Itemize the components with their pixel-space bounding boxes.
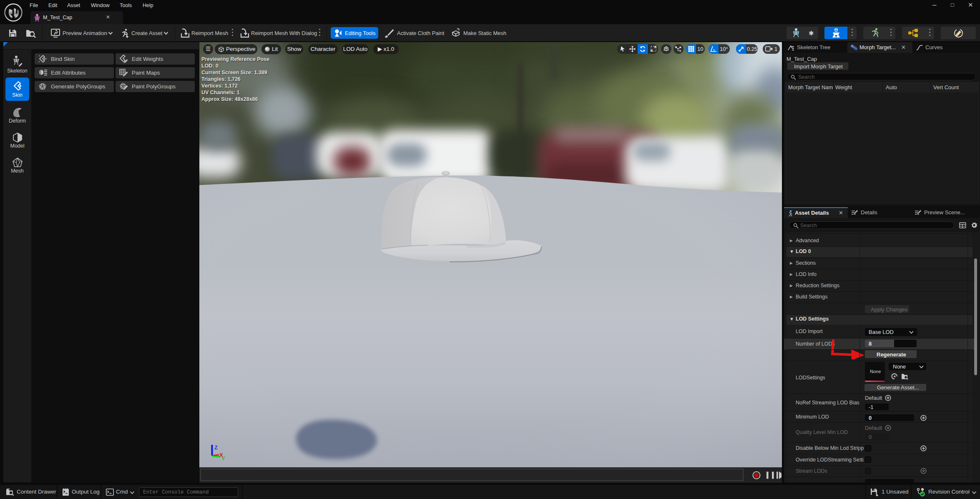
svg-text:Z: Z [214,444,218,451]
svg-text:Y: Y [221,455,225,461]
